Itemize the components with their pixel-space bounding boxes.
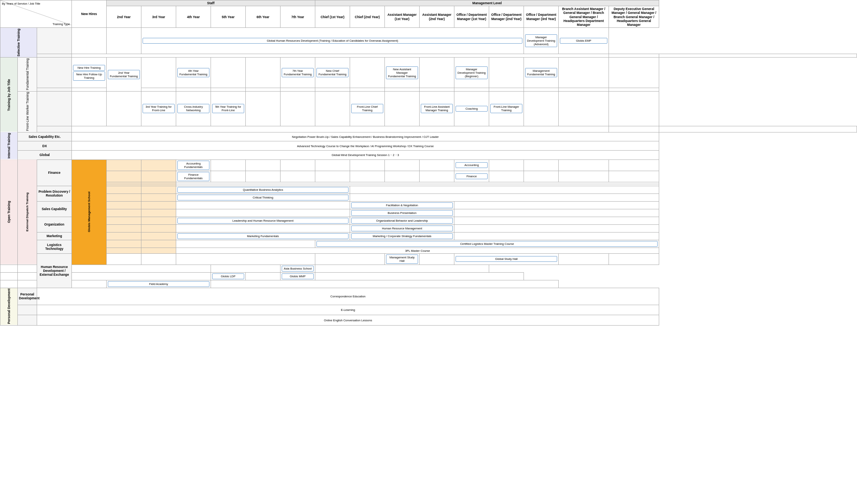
hr-dev-row2: Asia Business School [0, 265, 857, 272]
training-matrix: By Years of Service / Job Title Training… [0, 0, 857, 326]
dx-text: Advanced Technology Course to Change the… [296, 144, 435, 148]
sales2-2nd [107, 209, 141, 217]
fund-newhire: New Hire Training New Hire Follow-Up Tra… [72, 58, 107, 88]
fund-label2 [37, 88, 72, 92]
fl2-branch [609, 126, 659, 132]
fund-6th [246, 58, 281, 88]
sales-cap-label: Sales Capability Etc. [18, 132, 72, 141]
year-2nd: 2nd Year [107, 6, 141, 28]
hr2-empty2 [211, 265, 281, 272]
sel-deputy [659, 54, 857, 58]
chief-2nd: Chief (2nd Year) [350, 6, 385, 28]
fin2-chief1 [315, 171, 350, 182]
finance-label: Finance [37, 160, 72, 186]
fund2-4th [176, 88, 211, 92]
fin2-dept1: Finance [454, 171, 489, 182]
hr-mgmt-box: Human Resource Management [351, 226, 453, 231]
mgr-dev-box: Manager Development Training (Advanced) [525, 34, 557, 47]
globis-mgmt-school: Globis Management School [72, 160, 107, 265]
management-header: Management Level [315, 0, 659, 6]
prob1-content: Quantitative Business Analytics [176, 186, 350, 193]
mgmt-fund-box: Management Fundamental Training [525, 68, 557, 77]
fin1-chief1 [315, 160, 350, 171]
global-hr-box: Global Human Resources Development (Trai… [143, 38, 522, 44]
pd-label2 [18, 305, 37, 315]
sales-label: Sales Capability [37, 201, 72, 217]
prob1-3rd [141, 186, 176, 193]
hr1-branch [559, 253, 609, 265]
fl-2nd [107, 91, 141, 126]
new-hires-header: New Hires [72, 0, 107, 28]
fund-dept2 [489, 58, 524, 88]
dept-mgr-2nd: Office / Department Manager (2nd Year) [489, 6, 524, 28]
fund2-newhire [72, 88, 107, 92]
org1-2nd [107, 217, 141, 224]
log1-empty [176, 240, 315, 248]
pd-correspondence: Correspondence Education [37, 288, 659, 305]
fund2-chief2 [350, 88, 385, 92]
log2-3rd [141, 248, 176, 253]
fl-asst2: Front-Line Assistant Manager Training [420, 91, 454, 126]
mkt-2nd [107, 232, 141, 240]
hr4-3rd [18, 280, 37, 288]
hr4-2nd [0, 280, 18, 288]
mkt-3rd [141, 232, 176, 240]
finance-box: Finance [456, 173, 488, 179]
hr1-3rd [141, 253, 176, 265]
prob1-2nd [107, 186, 141, 193]
frontline-row1: Front-Line Worker Training 3rd Year Trai… [0, 91, 857, 126]
branch-asst-mgr: Branch Assistant Manager / General Manag… [559, 6, 609, 28]
global-label: Global [18, 150, 72, 160]
diagonal-top-left: By Years of Service / Job Title [2, 2, 40, 5]
fl-label [37, 91, 72, 126]
fl2-deputy [659, 126, 857, 132]
accounting-box: Accounting [456, 162, 488, 168]
sales2-3rd [141, 209, 176, 217]
hr2-empty [72, 265, 211, 272]
fund-dept3: Management Fundamental Training [524, 58, 559, 88]
personal-label: Personal Development [18, 288, 37, 305]
fl-chief1 [315, 91, 350, 126]
log2-2nd [107, 248, 141, 253]
hr-dev-row4: Field Academy [0, 280, 857, 288]
sales2-empty [176, 209, 350, 217]
hr1-deputy [609, 253, 659, 265]
fund2-dept3 [524, 88, 559, 92]
fin1-4th: Accounting Fundamentals [176, 160, 211, 171]
finance-fund-box: Finance Fundamentals [177, 172, 209, 181]
hr1-asst2 [420, 253, 454, 265]
org2-rest [454, 224, 659, 232]
dx-content: Advanced Technology Course to Change the… [72, 141, 659, 151]
fl-7th [281, 91, 315, 126]
fl-6th [246, 91, 281, 126]
logistics-label: Logistics Technology [37, 240, 72, 253]
fund-chief2 [350, 58, 385, 88]
certified-logistics-box: Certified Logistics Master Training Cour… [316, 241, 658, 247]
fin1-2nd [107, 160, 141, 171]
asia-business-box: Asia Business School [282, 266, 314, 272]
diagonal-bottom-right: Training Type [53, 22, 70, 26]
sel-mgr-dev: Manager Development Training (Advanced) [524, 28, 559, 54]
mkt-rest [454, 232, 659, 240]
hr1-asst1: Management Study Hall [385, 253, 420, 265]
log1-3rd [141, 240, 176, 248]
new-chief-box: New Chief Fundamental Training [316, 68, 349, 77]
leadership-box: Leadership and Human Resource Management [177, 218, 349, 224]
chief-1st: Chief (1st Year) [315, 6, 350, 28]
hr-dev-label: Human Resource Development / External Ex… [37, 253, 72, 288]
fl-asst-box: Front-Line Assistant Manager Training [421, 104, 453, 113]
pd-label3 [18, 315, 37, 325]
fundamental-subsection: Fundamental Training [18, 58, 37, 91]
fl-deputy [609, 91, 659, 126]
log2-3pl: 3PL Master Course [176, 248, 659, 253]
personal-dev-row1: Personal Development Personal Developmen… [0, 288, 857, 305]
hr3-rest [315, 272, 524, 280]
fin1-deputy [609, 160, 659, 171]
sales1-facil: Facilitation & Negotiation [350, 201, 454, 209]
fl-branch [559, 91, 609, 126]
org2-empty [176, 224, 350, 232]
fin1-dept2 [489, 160, 524, 171]
fund2-dept1 [454, 88, 489, 92]
sales1-rest [454, 201, 659, 209]
hr1-empty2 [315, 253, 385, 265]
